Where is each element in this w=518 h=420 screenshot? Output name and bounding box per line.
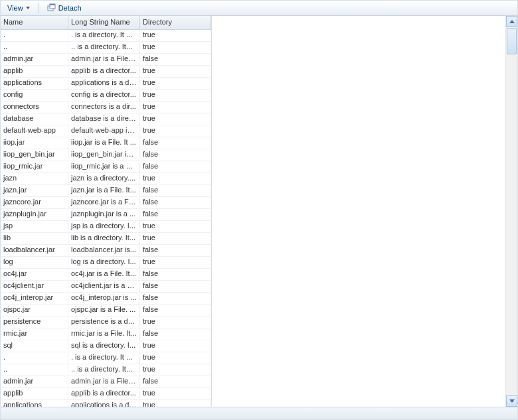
cell-name: . [1, 352, 68, 364]
cell-directory: true [140, 340, 211, 352]
cell-long-string-name: applications is a dir... [68, 78, 140, 89]
cell-long-string-name: applications is a dir... [68, 400, 140, 407]
scroll-down-button[interactable] [506, 395, 517, 407]
cell-name: loadbalancer.jar [1, 245, 68, 256]
view-menu-button[interactable]: View [3, 3, 34, 13]
cell-name: jazn [1, 173, 68, 184]
cell-directory: false [140, 197, 211, 208]
table-row[interactable]: applicationsapplications is a dir...true [1, 400, 211, 407]
table-row[interactable]: jaznplugin.jarjaznplugin.jar is a ...fal… [1, 209, 211, 221]
table-row[interactable]: oc4jclient.jaroc4jclient.jar is a F...fa… [1, 281, 211, 293]
cell-directory: true [140, 102, 211, 113]
table-row[interactable]: .. is a directory. It ...true [1, 352, 211, 364]
cell-directory: false [140, 209, 211, 220]
column-header-long-string-name[interactable]: Long String Name [68, 16, 140, 29]
table-row[interactable]: sqlsql is a directory. I...true [1, 340, 211, 352]
cell-name: oc4j.jar [1, 269, 68, 280]
table-row[interactable]: liblib is a directory. It...true [1, 233, 211, 245]
detail-pane [212, 16, 517, 407]
cell-directory: false [140, 281, 211, 292]
column-header-directory[interactable]: Directory [140, 16, 211, 29]
cell-long-string-name: oc4jclient.jar is a F... [68, 281, 140, 292]
table-row[interactable]: ojspc.jarojspc.jar is a File. ...false [1, 305, 211, 316]
table-row[interactable]: .... is a directory. It...true [1, 42, 211, 54]
table-row[interactable]: databasedatabase is a direc...true [1, 113, 211, 125]
table-row[interactable]: iiop_rmic.jariiop_rmic.jar is a Fil...fa… [1, 161, 211, 173]
table-row[interactable]: .... is a directory. It...true [1, 364, 211, 376]
table-row[interactable]: jspjsp is a directory. I...true [1, 221, 211, 233]
cell-long-string-name: oc4j_interop.jar is ... [68, 293, 140, 304]
cell-name: applications [1, 78, 68, 89]
scroll-up-button[interactable] [506, 16, 517, 27]
table-row[interactable]: .. is a directory. It ...true [1, 30, 211, 42]
detach-label: Detach [58, 4, 82, 12]
cell-name: iiop_rmic.jar [1, 161, 68, 173]
cell-directory: true [140, 316, 211, 328]
cell-directory: false [140, 54, 211, 65]
cell-long-string-name: jazncore.jar is a Fil... [68, 197, 140, 208]
cell-name: lib [1, 233, 68, 244]
cell-long-string-name: jazn.jar is a File. It... [68, 185, 140, 196]
cell-directory: true [140, 173, 211, 184]
table-row[interactable]: loadbalancer.jarloadbalancer.jar is...fa… [1, 245, 211, 257]
cell-directory: true [140, 400, 211, 407]
column-header-name[interactable]: Name [1, 16, 68, 29]
table-row[interactable]: rmic.jarrmic.jar is a File. It...false [1, 328, 211, 340]
status-bar [1, 407, 517, 419]
table-row[interactable]: persistencepersistence is a dir...true [1, 316, 211, 328]
cell-name: persistence [1, 316, 68, 328]
cell-long-string-name: iiop_gen_bin.jar is ... [68, 149, 140, 161]
table-row[interactable]: applibapplib is a director...true [1, 388, 211, 400]
cell-directory: true [140, 221, 211, 232]
toolbar-divider [38, 3, 39, 13]
cell-directory: false [140, 149, 211, 161]
cell-name: jaznplugin.jar [1, 209, 68, 220]
cell-long-string-name: sql is a directory. I... [68, 340, 140, 352]
window: View Detach Name Long String Name Direct… [0, 0, 518, 420]
cell-long-string-name: admin.jar is a File. ... [68, 54, 140, 65]
cell-directory: true [140, 42, 211, 53]
cell-directory: true [140, 90, 211, 101]
table-row[interactable]: iiop_gen_bin.jariiop_gen_bin.jar is ...f… [1, 149, 211, 161]
cell-long-string-name: persistence is a dir... [68, 316, 140, 328]
cell-long-string-name: .. is a directory. It... [68, 364, 140, 376]
table-row[interactable]: admin.jaradmin.jar is a File. ...false [1, 54, 211, 66]
table-row[interactable]: loglog is a directory. I...true [1, 257, 211, 269]
cell-directory: true [140, 125, 211, 137]
table-row[interactable]: oc4j_interop.jaroc4j_interop.jar is ...f… [1, 293, 211, 305]
cell-name: admin.jar [1, 54, 68, 65]
toolbar: View Detach [1, 1, 517, 16]
table-row[interactable]: default-web-appdefault-web-app is...true [1, 125, 211, 137]
table-row[interactable]: jaznjazn is a directory....true [1, 173, 211, 185]
table-row[interactable]: jazncore.jarjazncore.jar is a Fil...fals… [1, 197, 211, 209]
cell-directory: false [140, 137, 211, 149]
table-row[interactable]: iiop.jariiop.jar is a File. It ...false [1, 137, 211, 149]
cell-long-string-name: ojspc.jar is a File. ... [68, 305, 140, 316]
cell-long-string-name: database is a direc... [68, 113, 140, 125]
cell-name: rmic.jar [1, 328, 68, 340]
detach-button[interactable]: Detach [43, 3, 86, 13]
cell-name: applib [1, 388, 68, 399]
table-row[interactable]: applibapplib is a director...true [1, 66, 211, 78]
cell-name: database [1, 113, 68, 125]
table-row[interactable]: oc4j.jaroc4j.jar is a File. It...false [1, 269, 211, 281]
cell-long-string-name: config is a director... [68, 90, 140, 101]
cell-name: ojspc.jar [1, 305, 68, 316]
table-row[interactable]: applicationsapplications is a dir...true [1, 78, 211, 90]
table-row[interactable]: jazn.jarjazn.jar is a File. It...false [1, 185, 211, 197]
cell-long-string-name: log is a directory. I... [68, 257, 140, 268]
scroll-thumb[interactable] [507, 28, 517, 54]
cell-directory: true [140, 257, 211, 268]
cell-long-string-name: lib is a directory. It... [68, 233, 140, 244]
chevron-down-icon [26, 7, 30, 9]
table-row[interactable]: connectorsconnectors is a dir...true [1, 102, 211, 113]
cell-directory: true [140, 352, 211, 364]
vertical-scrollbar[interactable] [505, 16, 517, 407]
cell-name: default-web-app [1, 125, 68, 137]
cell-long-string-name: . is a directory. It ... [68, 352, 140, 364]
table-row[interactable]: configconfig is a director...true [1, 90, 211, 102]
table-row[interactable]: admin.jaradmin.jar is a File. ...false [1, 376, 211, 388]
cell-name: connectors [1, 102, 68, 113]
cell-name: admin.jar [1, 376, 68, 387]
svg-rect-2 [50, 4, 55, 5]
